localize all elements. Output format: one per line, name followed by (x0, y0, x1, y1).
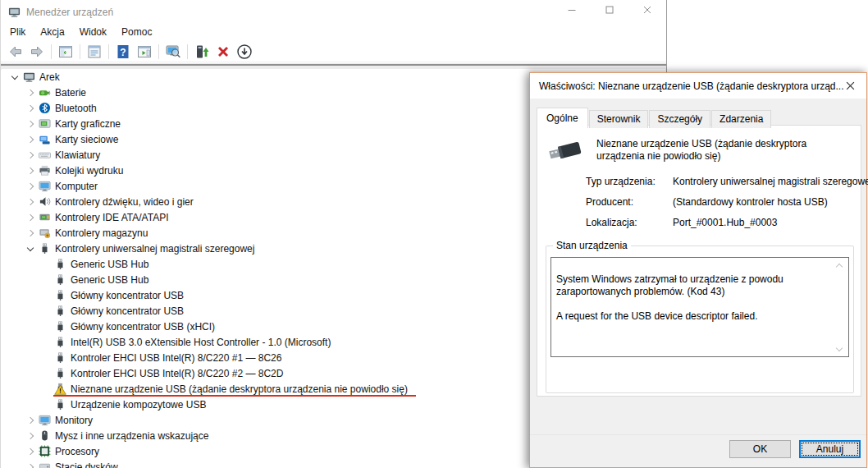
maximize-button[interactable] (591, 0, 628, 20)
tree-item-label: Baterie (55, 87, 86, 99)
device-name: Nieznane urządzenie USB (żądanie deskryp… (596, 138, 854, 163)
status-text-box[interactable]: System Windows zatrzymał to urządzenie z… (550, 257, 849, 357)
usb-icon (54, 351, 66, 364)
title-bar[interactable]: Menedżer urządzeń (1, 0, 666, 24)
device-field: Producent:(Standardowy kontroler hosta U… (586, 196, 868, 209)
usb-icon (54, 367, 66, 379)
tree-item-label: Komputer (55, 181, 98, 192)
minimize-icon (568, 6, 576, 14)
field-label: Lokalizacja: (586, 217, 673, 229)
usb-icon (54, 273, 66, 286)
tree-item-label: Główny koncentrator USB (71, 290, 184, 301)
show-console-tree-icon[interactable] (57, 44, 74, 60)
toolbar-separator (108, 44, 109, 59)
uninstall-icon[interactable] (215, 44, 231, 60)
scroll-down-icon[interactable] (837, 345, 843, 351)
menu-pomoc[interactable]: Pomoc (114, 25, 159, 39)
tree-item-label: Główny koncentrator USB (71, 305, 184, 317)
chevron-right-icon[interactable] (24, 180, 37, 193)
usb-icon (54, 336, 66, 348)
chevron-down-icon[interactable] (24, 242, 37, 255)
window-title: Menedżer urządzeń (26, 7, 113, 18)
field-label: Producent: (586, 196, 673, 209)
storage-controller-icon (39, 227, 51, 239)
back-icon[interactable] (7, 44, 24, 60)
tab-details[interactable]: Szczegóły (649, 110, 710, 128)
menu-plik[interactable]: Plik (2, 25, 33, 39)
scan-hardware-icon[interactable] (165, 44, 181, 60)
chevron-right-icon[interactable] (24, 195, 37, 209)
display-adapter-icon (39, 117, 51, 130)
spacer (39, 383, 53, 396)
window-controls (553, 0, 666, 20)
battery-icon (39, 86, 51, 99)
monitor-icon (39, 180, 51, 192)
ok-button[interactable]: OK (729, 440, 791, 458)
dialog-tabs: OgólneSterownikSzczegółyZdarzenia (537, 108, 772, 128)
tree-item-label: Kolejki wydruku (55, 165, 123, 177)
ide-controller-icon (39, 211, 51, 223)
tree-item-label: Kontrolery dźwięku, wideo i gier (55, 196, 194, 208)
chevron-right-icon[interactable] (24, 164, 37, 177)
tree-item-label: Arek (39, 71, 60, 83)
maximize-icon (605, 6, 614, 14)
chevron-right-icon[interactable] (24, 102, 37, 115)
menu-widok[interactable]: Widok (72, 25, 114, 39)
usb-icon (54, 289, 66, 301)
chevron-right-icon[interactable] (24, 445, 37, 458)
computer-icon (23, 71, 35, 83)
chevron-right-icon[interactable] (24, 414, 37, 427)
action-pane-icon[interactable] (136, 44, 153, 60)
forward-icon[interactable] (29, 44, 45, 60)
update-driver-icon[interactable] (194, 44, 210, 60)
menu-akcja[interactable]: Akcja (33, 25, 71, 39)
properties-icon[interactable] (86, 44, 103, 60)
tab-events[interactable]: Zdarzenia (711, 110, 771, 128)
dialog-buttons: OK Anuluj (729, 440, 861, 458)
button-divider (530, 434, 866, 435)
tree-item-label: Bluetooth (55, 103, 97, 114)
chevron-right-icon[interactable] (24, 429, 37, 443)
cancel-button[interactable]: Anuluj (799, 440, 861, 458)
chevron-right-icon[interactable] (24, 461, 37, 468)
chevron-right-icon[interactable] (24, 211, 37, 224)
menu-bar: PlikAkcjaWidokPomoc (1, 24, 666, 40)
tree-item-label: Mysz i inne urządzenia wskazujące (55, 430, 208, 442)
spacer (39, 273, 53, 287)
disable-icon[interactable] (236, 44, 253, 60)
tree-item-label: Urządzenie kompozytowe USB (71, 399, 206, 411)
help-icon[interactable]: ? (115, 44, 131, 60)
chevron-right-icon[interactable] (24, 149, 37, 162)
tree-item-label: Procesory (55, 446, 99, 457)
usb-icon (54, 258, 66, 270)
usb-icon (54, 305, 66, 317)
usb-icon (54, 320, 66, 333)
chevron-down-icon[interactable] (8, 71, 21, 84)
spacer (39, 398, 53, 411)
tab-driver[interactable]: Sterownik (589, 110, 649, 128)
chevron-right-icon[interactable] (24, 86, 37, 99)
device-fields: Typ urządzenia:Kontrolery uniwersalnej m… (586, 176, 868, 237)
scroll-up-icon[interactable] (837, 264, 843, 269)
toolbar-separator (187, 44, 188, 59)
close-icon[interactable] (834, 73, 866, 98)
minimize-button[interactable] (553, 0, 591, 20)
toolbar-separator (51, 44, 52, 59)
tab-general[interactable]: Ogólne (537, 108, 588, 128)
svg-text:?: ? (120, 46, 126, 57)
close-button[interactable] (628, 0, 666, 20)
chevron-right-icon[interactable] (24, 227, 37, 240)
print-queue-icon (39, 164, 51, 177)
properties-dialog: Właściwości: Nieznane urządzenie USB (żą… (529, 72, 867, 468)
tree-item-label: Kontroler EHCI USB Intel(R) 8/C220 #2 — … (71, 368, 283, 379)
chevron-right-icon[interactable] (24, 117, 37, 131)
network-adapter-icon (39, 133, 51, 145)
dialog-title-bar[interactable]: Właściwości: Nieznane urządzenie USB (żą… (530, 73, 866, 99)
tree-item-label: Karty graficzne (55, 118, 121, 130)
keyboard-icon (39, 149, 51, 161)
chevron-right-icon[interactable] (24, 133, 37, 146)
usb-icon (54, 398, 66, 411)
device-status-group: Stan urządzenia System Windows zatrzymał… (546, 245, 854, 393)
screen: Menedżer urządzeń PlikAkcjaWidokPomoc ? … (0, 0, 868, 468)
tree-item-label: Generic USB Hub (71, 274, 148, 286)
